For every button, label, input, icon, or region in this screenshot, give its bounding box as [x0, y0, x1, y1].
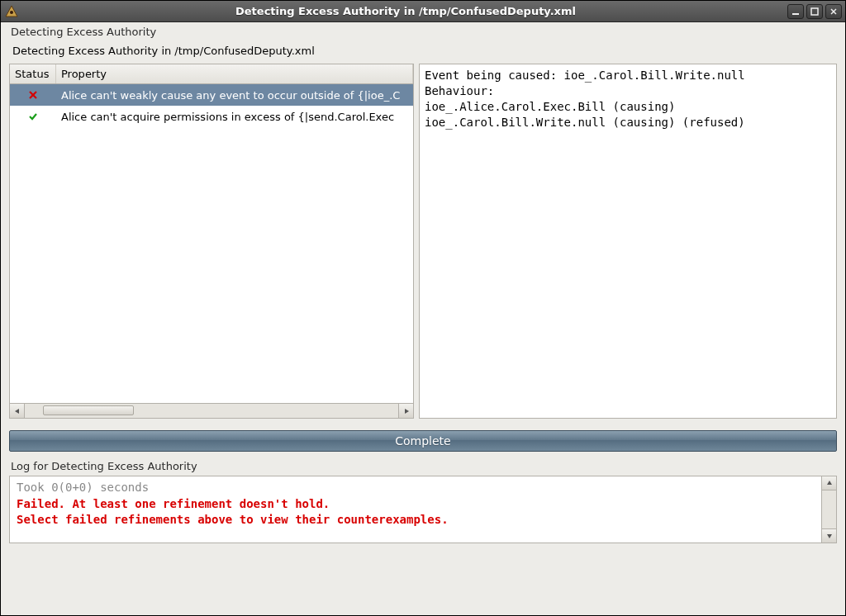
vertical-scrollbar[interactable]: [822, 476, 837, 543]
section-label: Detecting Excess Authority: [9, 22, 837, 40]
svg-marker-8: [15, 409, 19, 414]
window-title: Detecting Excess Authority in /tmp/Confu…: [24, 5, 787, 17]
svg-rect-2: [792, 13, 799, 15]
properties-table-wrap: Status Property Alice can't weakly cause…: [9, 64, 414, 419]
scroll-up-button[interactable]: [822, 476, 836, 490]
table-header: Status Property: [10, 64, 413, 84]
properties-table[interactable]: Status Property Alice can't weakly cause…: [9, 64, 414, 404]
scroll-thumb[interactable]: [43, 405, 134, 415]
main-split: Status Property Alice can't weakly cause…: [9, 64, 837, 419]
property-text: Alice can't acquire permissions in exces…: [56, 111, 413, 123]
titlebar[interactable]: Detecting Excess Authority in /tmp/Confu…: [1, 1, 845, 22]
scroll-left-button[interactable]: [10, 404, 25, 418]
log-pane[interactable]: Took 0(0+0) seconds Failed. At least one…: [9, 476, 822, 543]
maximize-button[interactable]: [806, 4, 823, 19]
progress-complete-bar: Complete: [9, 430, 837, 452]
detail-pane[interactable]: Event being caused: ioe_.Carol.Bill.Writ…: [419, 64, 837, 419]
horizontal-scrollbar[interactable]: [9, 404, 414, 419]
complete-label: Complete: [395, 434, 450, 448]
svg-marker-10: [827, 481, 832, 485]
property-text: Alice can't weakly cause any event to oc…: [56, 89, 413, 102]
scroll-down-button[interactable]: [822, 528, 836, 543]
detail-line: ioe_.Carol.Bill.Write.null (causing) (re…: [425, 116, 745, 129]
app-window: Detecting Excess Authority in /tmp/Confu…: [0, 0, 846, 616]
page-title: Detecting Excess Authority in /tmp/Confu…: [9, 40, 837, 64]
app-icon: [4, 4, 19, 19]
svg-marker-9: [405, 409, 409, 414]
log-wrap: Took 0(0+0) seconds Failed. At least one…: [9, 476, 837, 543]
log-line: Select failed refinements above to view …: [17, 513, 449, 526]
table-body: Alice can't weakly cause any event to oc…: [10, 84, 413, 403]
detail-line: Event being caused: ioe_.Carol.Bill.Writ…: [425, 69, 745, 82]
content-area: Detecting Excess Authority Detecting Exc…: [1, 22, 845, 615]
log-line: Took 0(0+0) seconds: [17, 481, 149, 494]
detail-line: ioe_.Alice.Carol.Exec.Bill (causing): [425, 100, 675, 113]
log-line: Failed. At least one refinement doesn't …: [17, 497, 330, 510]
svg-point-1: [10, 11, 13, 14]
svg-rect-3: [811, 8, 818, 15]
scroll-right-button[interactable]: [398, 404, 413, 418]
col-status[interactable]: Status: [10, 64, 56, 83]
svg-marker-11: [827, 534, 832, 538]
window-controls: [787, 4, 842, 19]
table-row[interactable]: Alice can't weakly cause any event to oc…: [10, 84, 413, 106]
close-button[interactable]: [825, 4, 842, 19]
status-pass-icon: [10, 111, 56, 121]
log-label: Log for Detecting Excess Authority: [9, 452, 837, 476]
status-fail-icon: [10, 90, 56, 100]
detail-line: Behaviour:: [425, 84, 494, 97]
table-row[interactable]: Alice can't acquire permissions in exces…: [10, 106, 413, 127]
col-property[interactable]: Property: [56, 64, 413, 83]
minimize-button[interactable]: [787, 4, 804, 19]
